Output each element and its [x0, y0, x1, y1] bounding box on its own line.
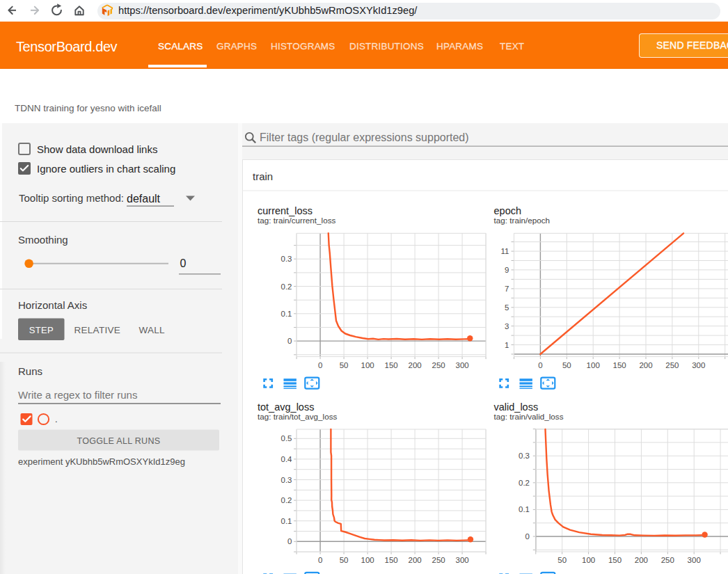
svg-text:Tooltip sorting method:: Tooltip sorting method:: [19, 192, 124, 204]
svg-text:200: 200: [635, 556, 648, 564]
svg-text:tag: train/epoch: tag: train/epoch: [494, 216, 551, 225]
svg-text:Ignore outliers in chart scali: Ignore outliers in chart scaling: [37, 163, 175, 175]
svg-text:150: 150: [385, 361, 398, 369]
svg-text:.: .: [55, 414, 58, 424]
svg-text:0.3: 0.3: [281, 255, 292, 263]
svg-text:9: 9: [505, 266, 509, 274]
svg-text:0: 0: [180, 257, 187, 269]
svg-text:experiment yKUbhb5wRmOSXYkId1z: experiment yKUbhb5wRmOSXYkId1z9eg: [18, 456, 185, 467]
svg-text:0.2: 0.2: [281, 282, 292, 291]
svg-text:50: 50: [340, 556, 349, 564]
svg-text:tag: train/valid_loss: tag: train/valid_loss: [494, 412, 564, 421]
svg-text:0: 0: [287, 537, 292, 545]
svg-text:https://tensorboard.dev/experi: https://tensorboard.dev/experiment/yKUbh…: [118, 5, 418, 16]
svg-text:250: 250: [665, 361, 679, 369]
svg-text:100: 100: [582, 556, 595, 564]
svg-text:tot_avg_loss: tot_avg_loss: [258, 401, 314, 413]
svg-text:0.2: 0.2: [281, 496, 292, 504]
svg-text:100: 100: [361, 361, 374, 369]
svg-text:150: 150: [608, 556, 622, 564]
svg-text:50: 50: [340, 361, 349, 369]
svg-text:300: 300: [456, 361, 469, 369]
svg-text:1: 1: [505, 341, 509, 349]
svg-text:0: 0: [318, 361, 322, 369]
svg-text:tag: train/current_loss: tag: train/current_loss: [258, 216, 336, 225]
svg-text:Write a regex to filter runs: Write a regex to filter runs: [18, 389, 137, 401]
svg-text:250: 250: [432, 556, 445, 564]
svg-text:0.5: 0.5: [281, 434, 292, 443]
svg-text:0.3: 0.3: [519, 452, 530, 460]
svg-text:valid_loss: valid_loss: [494, 401, 539, 413]
svg-text:Horizontal Axis: Horizontal Axis: [18, 299, 87, 311]
svg-text:WALL: WALL: [139, 325, 165, 335]
svg-text:200: 200: [409, 556, 422, 564]
svg-text:100: 100: [361, 556, 374, 564]
svg-text:STEP: STEP: [29, 325, 54, 335]
svg-text:Smoothing: Smoothing: [18, 234, 68, 246]
svg-text:RELATIVE: RELATIVE: [74, 325, 120, 335]
svg-text:300: 300: [688, 556, 701, 564]
svg-text:0: 0: [525, 532, 530, 541]
svg-text:11: 11: [501, 247, 509, 255]
svg-text:200: 200: [639, 361, 652, 369]
svg-text:150: 150: [385, 556, 398, 564]
svg-text:7: 7: [505, 285, 509, 293]
svg-text:50: 50: [562, 361, 571, 369]
svg-text:0.1: 0.1: [519, 505, 530, 513]
svg-text:0.1: 0.1: [281, 310, 292, 318]
svg-text:5: 5: [505, 303, 509, 312]
svg-text:current_loss: current_loss: [258, 205, 312, 216]
svg-text:0: 0: [538, 361, 542, 369]
svg-text:0.2: 0.2: [519, 479, 530, 487]
svg-text:Show data download links: Show data download links: [37, 143, 157, 155]
svg-text:train: train: [253, 170, 273, 182]
svg-text:Runs: Runs: [18, 365, 42, 377]
svg-text:300: 300: [456, 556, 469, 564]
svg-text:0.4: 0.4: [281, 455, 293, 463]
svg-text:200: 200: [409, 361, 422, 369]
svg-text:tag: train/tot_avg_loss: tag: train/tot_avg_loss: [258, 412, 338, 421]
svg-text:0.3: 0.3: [281, 476, 292, 484]
svg-text:TOGGLE ALL RUNS: TOGGLE ALL RUNS: [77, 436, 161, 446]
svg-text:default: default: [127, 193, 161, 205]
svg-text:100: 100: [587, 361, 600, 369]
svg-text:Filter tags (regular expressio: Filter tags (regular expressions support…: [260, 131, 469, 143]
svg-text:250: 250: [661, 556, 674, 564]
svg-text:50: 50: [557, 556, 567, 564]
svg-text:300: 300: [692, 361, 705, 369]
svg-text:0.1: 0.1: [281, 517, 292, 525]
svg-text:0: 0: [318, 556, 322, 564]
svg-text:150: 150: [613, 361, 626, 369]
svg-text:0: 0: [287, 337, 292, 345]
svg-text:3: 3: [505, 322, 509, 330]
svg-text:epoch: epoch: [494, 205, 522, 216]
svg-text:250: 250: [432, 361, 445, 369]
